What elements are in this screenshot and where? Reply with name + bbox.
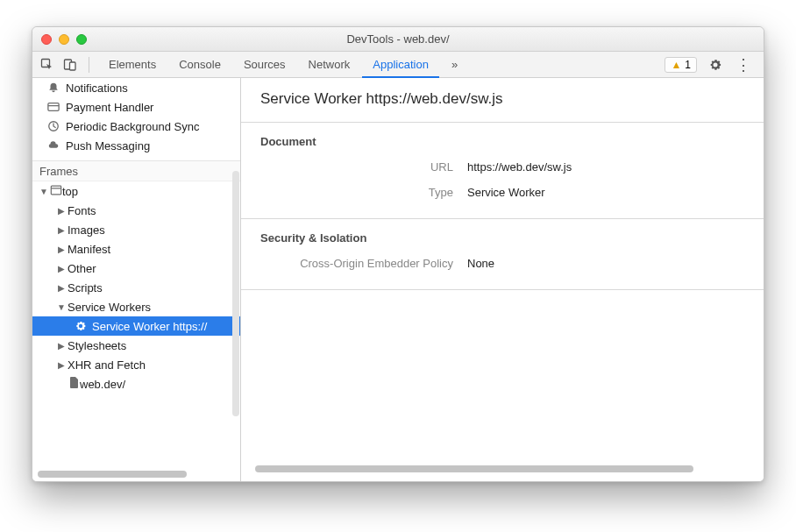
tree-scripts[interactable]: ▶Scripts — [32, 278, 240, 297]
tree-service-worker-item[interactable]: Service Worker https:// — [32, 316, 240, 336]
warnings-badge[interactable]: ▲ 1 — [665, 57, 697, 73]
tree-item-label: Service Workers — [68, 301, 151, 314]
credit-card-icon — [46, 101, 60, 113]
tree-item-label: web.dev/ — [80, 378, 125, 391]
sidebar-scrollbar-vertical[interactable] — [232, 171, 239, 416]
document-section: Document URL https://web.dev/sw.js Type … — [241, 122, 764, 218]
security-section: Security & Isolation Cross-Origin Embedd… — [241, 218, 764, 289]
inspect-element-icon[interactable] — [38, 55, 57, 74]
tree-item-label: Manifest — [68, 243, 110, 256]
panel-body: Notifications Payment Handler Periodic B… — [32, 78, 764, 481]
tab-console[interactable]: Console — [168, 52, 231, 78]
caret-right-icon: ▶ — [57, 225, 66, 235]
tree-xhr-fetch[interactable]: ▶XHR and Fetch — [32, 355, 240, 374]
details-title: Service Worker https://web.dev/sw.js — [241, 78, 764, 122]
caret-down-icon: ▼ — [57, 302, 66, 312]
clock-icon — [46, 120, 60, 132]
frames-section-label: Frames — [32, 160, 240, 181]
sidebar-item-push-messaging[interactable]: Push Messaging — [32, 136, 240, 155]
details-empty-area — [241, 289, 764, 481]
frame-top[interactable]: ▼ top — [32, 181, 240, 201]
caret-down-icon: ▼ — [39, 187, 48, 196]
titlebar: DevTools - web.dev/ — [32, 27, 764, 52]
caret-right-icon: ▶ — [57, 245, 66, 254]
tab-network[interactable]: Network — [298, 52, 361, 78]
sidebar-item-label: Payment Handler — [66, 101, 153, 114]
tree-fonts[interactable]: ▶Fonts — [32, 201, 240, 220]
row-url: URL https://web.dev/sw.js — [260, 160, 744, 174]
tab-sources[interactable]: Sources — [233, 52, 296, 78]
tree-other[interactable]: ▶Other — [32, 259, 240, 278]
svg-rect-2 — [70, 62, 76, 70]
coep-label: Cross-Origin Embedder Policy — [260, 257, 453, 270]
caret-right-icon: ▶ — [57, 283, 66, 293]
caret-right-icon: ▶ — [57, 360, 66, 370]
settings-icon[interactable] — [706, 55, 725, 74]
url-value: https://web.dev/sw.js — [467, 160, 572, 174]
close-window-button[interactable] — [41, 34, 52, 45]
panel-tabs: Elements Console Sources Network Applica… — [98, 52, 661, 78]
tree-item-label: Stylesheets — [68, 339, 126, 352]
sidebar-item-payment-handler[interactable]: Payment Handler — [32, 97, 240, 117]
security-section-heading: Security & Isolation — [260, 231, 744, 245]
row-coep: Cross-Origin Embedder Policy None — [260, 257, 744, 270]
sidebar-item-label: Notifications — [66, 82, 128, 95]
row-type: Type Service Worker — [260, 186, 744, 199]
document-icon — [69, 377, 80, 392]
caret-right-icon: ▶ — [57, 264, 66, 273]
gear-icon — [75, 320, 87, 332]
frame-top-label: top — [62, 185, 78, 198]
window-icon — [50, 184, 62, 199]
window-controls — [41, 34, 87, 45]
more-menu-icon[interactable]: ⋮ — [734, 55, 753, 74]
separator — [89, 57, 89, 73]
tab-application[interactable]: Application — [362, 52, 439, 78]
bell-icon — [46, 82, 60, 94]
window-title: DevTools - web.dev/ — [32, 32, 764, 46]
caret-right-icon: ▶ — [57, 341, 66, 351]
zoom-window-button[interactable] — [76, 34, 87, 45]
sidebar-item-label: Push Messaging — [66, 139, 150, 153]
tree-stylesheets[interactable]: ▶Stylesheets — [32, 336, 240, 355]
tree-manifest[interactable]: ▶Manifest — [32, 239, 240, 259]
sidebar-item-notifications[interactable]: Notifications — [32, 78, 240, 97]
devtools-window: DevTools - web.dev/ Elements Console Sou… — [32, 26, 764, 482]
caret-right-icon: ▶ — [57, 206, 66, 216]
sidebar-scrollbar-horizontal[interactable] — [38, 471, 235, 479]
tree-images[interactable]: ▶Images — [32, 220, 240, 239]
minimize-window-button[interactable] — [59, 34, 69, 45]
type-value: Service Worker — [467, 186, 545, 199]
tree-item-label: Service Worker https:// — [92, 320, 207, 333]
cloud-icon — [46, 139, 60, 152]
toolbar: Elements Console Sources Network Applica… — [32, 52, 764, 78]
tree-item-label: Scripts — [68, 281, 103, 294]
tree-item-label: Images — [68, 223, 105, 237]
details-scrollbar-horizontal[interactable] — [246, 467, 758, 478]
sidebar-item-periodic-sync[interactable]: Periodic Background Sync — [32, 117, 240, 136]
toolbar-right: ▲ 1 ⋮ — [665, 55, 753, 74]
svg-rect-3 — [48, 103, 59, 111]
coep-value: None — [467, 257, 494, 270]
tab-more[interactable]: » — [441, 52, 468, 78]
warning-icon: ▲ — [671, 59, 681, 71]
details-pane: Service Worker https://web.dev/sw.js Doc… — [241, 78, 764, 481]
svg-rect-6 — [51, 186, 60, 195]
tab-elements[interactable]: Elements — [98, 52, 167, 78]
tree-webdev-doc[interactable]: web.dev/ — [32, 374, 240, 394]
tree-item-label: XHR and Fetch — [68, 358, 146, 372]
url-label: URL — [260, 160, 453, 174]
tree-service-workers[interactable]: ▼Service Workers — [32, 297, 240, 316]
warnings-count: 1 — [685, 59, 691, 71]
tree-item-label: Other — [68, 262, 96, 275]
device-toolbar-icon[interactable] — [60, 55, 80, 74]
application-sidebar: Notifications Payment Handler Periodic B… — [32, 78, 241, 481]
sidebar-item-label: Periodic Background Sync — [66, 120, 199, 133]
document-section-heading: Document — [260, 135, 744, 148]
type-label: Type — [260, 186, 453, 199]
tree-item-label: Fonts — [68, 204, 96, 217]
